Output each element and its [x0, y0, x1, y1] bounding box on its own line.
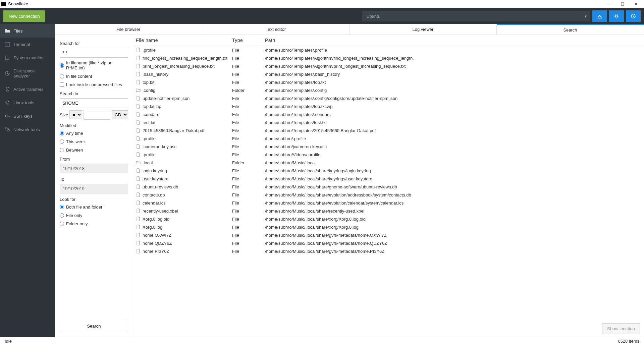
result-row[interactable]: Xorg.0.log.oldFile/home/subhro/Music/.lo…	[133, 215, 644, 223]
radio-both[interactable]	[60, 205, 64, 209]
search-button[interactable]: Search	[60, 320, 128, 332]
connection-selector[interactable]: Ubuntu	[362, 11, 590, 21]
maximize-button[interactable]	[616, 0, 629, 8]
show-location-button[interactable]: Show location	[602, 323, 640, 334]
result-row[interactable]: print_longest_increasing_sequece.txtFile…	[133, 62, 644, 70]
sidebar-item-disk-space-analyzer[interactable]: Disk space analyzer	[0, 64, 55, 82]
sidebar-item-label: Network tools	[13, 127, 40, 132]
result-row[interactable]: recently-used.xbelFile/home/subhro/Music…	[133, 207, 644, 215]
result-path: /home/subhro/Music/.local/share/gvfs-met…	[265, 241, 644, 246]
file-icon	[136, 112, 141, 117]
result-row[interactable]: top.txt.zipFile/home/subhro/Templates/to…	[133, 102, 644, 110]
radio-file-only[interactable]	[60, 213, 64, 218]
svg-point-12	[5, 115, 7, 117]
result-type: File	[232, 249, 265, 254]
result-row[interactable]: user.keystoreFile/home/subhro/Music/.loc…	[133, 175, 644, 183]
result-row[interactable]: .condarcFile/home/subhro/Templates/.cond…	[133, 110, 644, 118]
check-compressed[interactable]	[60, 82, 64, 87]
network-icon	[5, 127, 10, 132]
result-path: /home/subhro/Music/.local	[265, 160, 644, 165]
sidebar-item-files[interactable]: Files	[0, 24, 55, 38]
sidebar-item-system-monitor[interactable]: System monitor	[0, 51, 55, 64]
sidebar-item-active-transfers[interactable]: Active transfers	[0, 82, 55, 96]
result-row[interactable]: .configFolder/home/subhro/Templates/.con…	[133, 86, 644, 94]
new-connection-button[interactable]: New connection	[3, 10, 45, 22]
radio-folder-only[interactable]	[60, 222, 64, 226]
radio-between[interactable]	[60, 148, 64, 152]
file-icon	[136, 209, 141, 213]
sidebar-item-terminal[interactable]: Terminal	[0, 38, 55, 51]
result-row[interactable]: update-notifier-npm.jsonFile/home/subhro…	[133, 94, 644, 102]
from-date-input[interactable]	[60, 164, 128, 173]
col-header-name[interactable]: File name	[133, 38, 232, 43]
radio-any-time[interactable]	[60, 131, 64, 135]
settings-button[interactable]	[609, 10, 624, 22]
result-name: update-notifier-npm.json	[143, 96, 190, 101]
result-row[interactable]: find_longest_increasing_sequece_length.t…	[133, 54, 644, 62]
result-type: File	[232, 233, 265, 238]
radio-this-week[interactable]	[60, 139, 64, 144]
result-name: home.QDZY6Z	[143, 241, 172, 246]
disconnect-button[interactable]	[592, 10, 607, 22]
result-row[interactable]: calendar.icsFile/home/subhro/Music/.loca…	[133, 199, 644, 207]
minimize-button[interactable]	[602, 0, 616, 8]
result-type: Folder	[232, 160, 265, 165]
col-header-path[interactable]: Path	[265, 38, 644, 43]
radio-in-filename-label: In filename (like *.zip or R*ME.txt)	[66, 60, 128, 70]
result-row[interactable]: .profileFile/home/subhro/Videos/.profile	[133, 151, 644, 159]
result-type: File	[232, 80, 265, 85]
result-row[interactable]: jcameron-key.ascFile/home/subhro/jcamero…	[133, 142, 644, 151]
search-in-input[interactable]	[60, 98, 128, 108]
radio-between-label: Between	[66, 148, 83, 153]
results-header: File name Type Path	[133, 35, 644, 46]
sidebar-item-network-tools[interactable]: Network tools	[0, 123, 55, 136]
tab-search[interactable]: Search	[497, 24, 644, 35]
result-row[interactable]: Xorg.0.logFile/home/subhro/Music/.local/…	[133, 223, 644, 231]
result-row[interactable]: home.OXWI7ZFile/home/subhro/Music/.local…	[133, 231, 644, 239]
result-name: jcameron-key.asc	[143, 144, 176, 149]
radio-in-filename[interactable]	[60, 63, 64, 68]
to-date-input[interactable]	[60, 184, 128, 193]
info-button[interactable]	[626, 10, 641, 22]
file-icon	[136, 64, 141, 68]
result-name: Xorg.0.log.old	[143, 217, 169, 222]
result-type: File	[232, 136, 265, 141]
close-button[interactable]	[629, 0, 643, 8]
radio-any-time-label: Any time	[66, 131, 83, 136]
result-row[interactable]: login.keyringFile/home/subhro/Music/.loc…	[133, 167, 644, 175]
result-row[interactable]: .profileFile/home/subhro/.profile	[133, 134, 644, 142]
result-type: File	[232, 192, 265, 197]
size-unit-select[interactable]: GB	[112, 110, 128, 119]
result-row[interactable]: ubuntu-reviews.dbFile/home/subhro/Music/…	[133, 183, 644, 191]
search-for-input[interactable]	[60, 48, 128, 58]
result-row[interactable]: .profileFile/home/subhro/Templates/.prof…	[133, 46, 644, 54]
result-row[interactable]: top.txtFile/home/subhro/Templates/top.tx…	[133, 78, 644, 86]
hourglass-icon	[5, 87, 10, 92]
result-row[interactable]: test.txtFile/home/subhro/Templates/test.…	[133, 118, 644, 126]
result-row[interactable]: home.PI3Y6ZFile/home/subhro/Music/.local…	[133, 247, 644, 255]
size-op-select[interactable]: =	[69, 110, 82, 119]
result-row[interactable]: .bash_historyFile/home/subhro/Templates/…	[133, 70, 644, 78]
result-row[interactable]: home.QDZY6ZFile/home/subhro/Music/.local…	[133, 239, 644, 247]
tab-text-editor[interactable]: Text editor	[202, 24, 350, 35]
result-row[interactable]: 2015.453660.Banglar-Dakat.pdfFile/home/s…	[133, 126, 644, 134]
sidebar-item-ssh-keys[interactable]: SSH keys	[0, 109, 55, 123]
result-row[interactable]: .localFolder/home/subhro/Music/.local	[133, 159, 644, 167]
result-row[interactable]: contacts.dbFile/home/subhro/Music/.local…	[133, 191, 644, 199]
size-value-input[interactable]	[84, 110, 110, 120]
sidebar-item-linux-tools[interactable]: Linux tools	[0, 96, 55, 109]
titlebar: Snowflake	[0, 0, 644, 8]
result-name: home.PI3Y6Z	[143, 249, 169, 254]
check-compressed-label: Look inside compressed files	[66, 82, 122, 87]
result-type: File	[232, 56, 265, 61]
tab-file-browser[interactable]: File browser	[55, 24, 202, 35]
result-type: File	[232, 209, 265, 214]
col-header-type[interactable]: Type	[232, 38, 265, 43]
to-label: To	[60, 177, 128, 182]
result-path: /home/subhro/Videos/.profile	[265, 152, 644, 157]
results-table: File name Type Path .profileFile/home/su…	[133, 35, 644, 337]
pie-icon	[5, 71, 10, 76]
tab-log-viewer[interactable]: Log viewer	[350, 24, 497, 35]
radio-this-week-label: This week	[66, 139, 86, 144]
radio-in-content[interactable]	[60, 74, 64, 78]
